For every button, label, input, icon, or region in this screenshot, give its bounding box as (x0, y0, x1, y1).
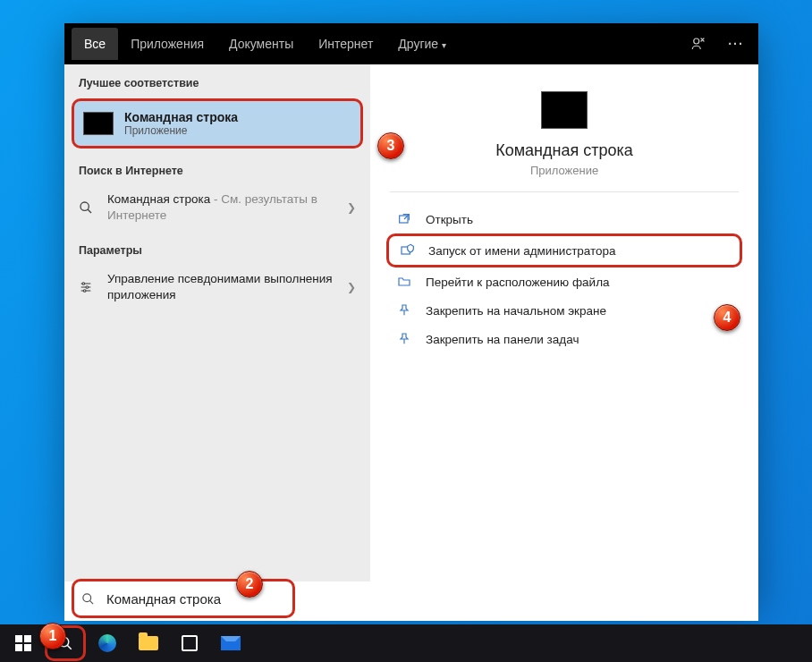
tab-web[interactable]: Интернет (306, 28, 385, 60)
chevron-down-icon: ▾ (442, 40, 446, 50)
open-icon (397, 212, 413, 226)
action-open[interactable]: Открыть (386, 205, 742, 233)
result-settings-text: Управление псевдонимами выполнения прило… (107, 271, 336, 302)
action-pin-taskbar-label: Закрепить на панели задач (426, 333, 579, 346)
folder-icon (139, 636, 158, 650)
preview-subtitle: Приложение (390, 164, 739, 177)
search-panel: Все Приложения Документы Интернет Другие… (64, 23, 758, 605)
chevron-right-icon: ❯ (347, 201, 356, 214)
svg-line-12 (89, 600, 93, 604)
pin-icon (397, 332, 413, 346)
best-match-title: Командная строка (124, 110, 238, 124)
svg-point-7 (86, 285, 89, 288)
annotation-badge-1: 1 (39, 623, 66, 649)
feedback-icon[interactable] (690, 36, 721, 52)
start-button[interactable] (4, 624, 43, 662)
annotation-badge-2: 2 (236, 571, 263, 598)
svg-point-1 (80, 202, 89, 210)
tab-other-label: Другие (398, 37, 438, 51)
action-file-location[interactable]: Перейти к расположению файла (386, 267, 742, 296)
annotation-badge-4: 4 (714, 304, 740, 331)
search-icon (81, 592, 97, 606)
taskbar-store[interactable] (170, 624, 209, 662)
section-settings: Параметры (64, 232, 370, 262)
result-best-match[interactable]: Командная строка Приложение (72, 98, 363, 149)
action-open-label: Открыть (426, 213, 473, 226)
more-icon[interactable]: ··· (721, 37, 751, 51)
results-list: Лучшее соответствие Командная строка При… (64, 64, 370, 605)
action-run-admin-label: Запуск от имени администратора (428, 244, 616, 258)
section-best-match: Лучшее соответствие (64, 64, 370, 95)
action-pin-start[interactable]: Закрепить на начальном экране (386, 296, 742, 325)
folder-icon (397, 275, 413, 289)
mail-icon (221, 636, 241, 650)
result-web-text: Командная строка - См. результаты в Инте… (107, 191, 336, 223)
action-pin-taskbar[interactable]: Закрепить на панели задач (386, 325, 742, 353)
taskbar (0, 624, 812, 662)
svg-line-2 (88, 209, 91, 213)
svg-point-11 (83, 593, 91, 601)
search-tabs: Все Приложения Документы Интернет Другие… (64, 23, 758, 64)
action-pin-start-label: Закрепить на начальном экране (426, 304, 606, 318)
preview-pane: Командная строка Приложение Открыть Запу… (370, 64, 758, 605)
windows-logo-icon (15, 635, 31, 651)
best-match-subtitle: Приложение (124, 124, 238, 137)
taskbar-explorer[interactable] (129, 624, 168, 662)
taskbar-mail[interactable] (211, 624, 250, 662)
taskbar-edge[interactable] (88, 624, 127, 662)
svg-point-6 (82, 282, 85, 284)
tab-all[interactable]: Все (72, 28, 118, 60)
tab-other[interactable]: Другие▾ (385, 28, 459, 60)
chevron-right-icon: ❯ (347, 281, 356, 293)
result-web-search[interactable]: Командная строка - См. результаты в Инте… (64, 182, 370, 232)
shield-icon (400, 243, 416, 258)
action-file-location-label: Перейти к расположению файла (426, 276, 610, 289)
store-icon (182, 635, 198, 651)
annotation-badge-3: 3 (377, 132, 404, 159)
edge-icon (98, 634, 116, 652)
cmd-icon (83, 112, 114, 135)
preview-title: Командная строка (390, 141, 739, 160)
tab-documents[interactable]: Документы (216, 28, 306, 60)
search-icon (79, 200, 97, 215)
svg-line-14 (67, 645, 72, 649)
tab-apps[interactable]: Приложения (118, 28, 216, 60)
result-settings-alias[interactable]: Управление псевдонимами выполнения прило… (64, 262, 370, 311)
svg-point-8 (83, 289, 86, 292)
pin-icon (397, 303, 413, 318)
web-result-term: Командная строка (107, 192, 210, 206)
action-run-as-admin[interactable]: Запуск от имени администратора (386, 233, 742, 267)
svg-point-0 (694, 38, 699, 44)
section-web: Поиск в Интернете (64, 152, 370, 182)
cmd-icon (541, 91, 588, 129)
settings-list-icon (79, 280, 97, 294)
search-strip (64, 581, 758, 621)
